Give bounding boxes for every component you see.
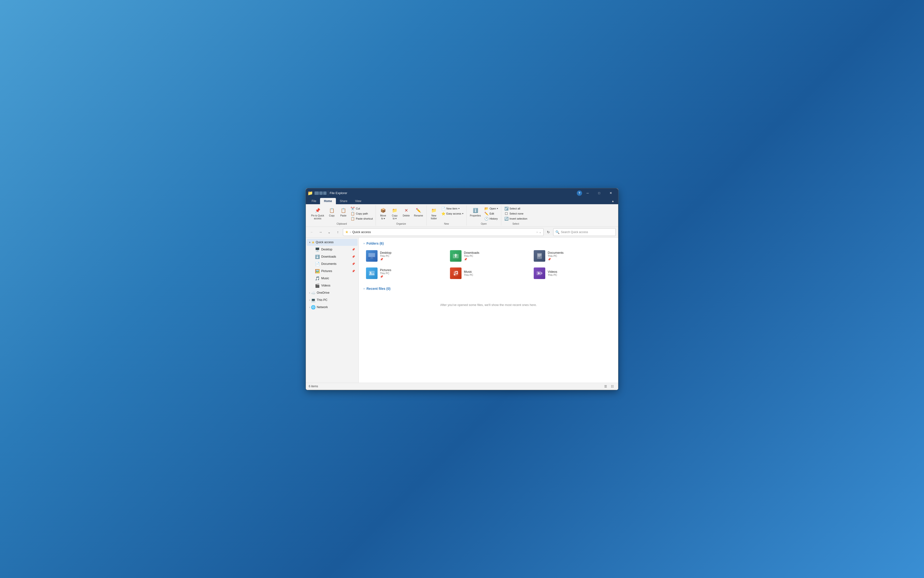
- recent-locations-button[interactable]: ⌄: [325, 229, 333, 236]
- select-all-button[interactable]: ☑️ Select all: [503, 206, 528, 211]
- recent-files-label: Recent files (0): [366, 287, 390, 291]
- invert-selection-icon: 🔄: [504, 217, 508, 221]
- tab-home[interactable]: Home: [320, 198, 336, 204]
- minimize-button[interactable]: ─: [582, 189, 593, 197]
- downloads-pin: 📌: [464, 258, 479, 261]
- sidebar-item-documents[interactable]: 📄 Documents 📌: [312, 260, 358, 268]
- back-button[interactable]: ←: [308, 229, 316, 236]
- recent-files-section: › Recent files (0) After you've opened s…: [364, 287, 613, 316]
- open-small-buttons: 📂 Open ▾ ✏️ Edit 🕐 History: [483, 206, 499, 221]
- copy-button[interactable]: 📋 Copy: [327, 206, 337, 218]
- sidebar-this-pc[interactable]: › 💻 This PC: [307, 297, 358, 304]
- search-box[interactable]: 🔍 Search Quick access: [553, 228, 616, 236]
- properties-button[interactable]: ℹ️ Properties: [469, 206, 482, 218]
- folders-chevron-icon: ›: [364, 242, 364, 245]
- quick-icon-2[interactable]: [319, 192, 323, 195]
- ribbon-collapse-button[interactable]: ▲: [610, 198, 616, 204]
- main-area: ▾ ★ Quick access 🖥️ Desktop 📌 ⬇️ Downloa…: [306, 238, 618, 383]
- folder-item-downloads[interactable]: Downloads This PC 📌: [447, 248, 530, 264]
- sidebar-onedrive[interactable]: › ☁️ OneDrive: [307, 289, 358, 296]
- invert-selection-label: Invert selection: [509, 217, 527, 220]
- sidebar-item-desktop[interactable]: 🖥️ Desktop 📌: [312, 246, 358, 253]
- open-buttons: ℹ️ Properties 📂 Open ▾ ✏️ Edit 🕐: [469, 205, 499, 222]
- pin-to-quick-access-button[interactable]: 📌 Pin to Quickaccess: [310, 206, 325, 221]
- clipboard-label: Clipboard: [310, 222, 374, 226]
- forward-button[interactable]: →: [317, 229, 324, 236]
- rename-button[interactable]: ✏️ Rename: [412, 206, 425, 218]
- select-none-button[interactable]: ☐ Select none: [503, 211, 528, 216]
- file-explorer-window: 📁 − File Explorer ? ─ □ ✕ File Home Shar…: [306, 188, 618, 390]
- help-button[interactable]: ?: [577, 190, 582, 196]
- folder-item-documents[interactable]: Documents This PC 📌: [531, 248, 613, 264]
- delete-button[interactable]: ✕ Delete: [401, 206, 412, 218]
- copy-icon: 📋: [329, 207, 335, 214]
- new-item-label: New item: [446, 207, 457, 210]
- onedrive-icon: ☁️: [311, 291, 316, 295]
- folder-item-desktop[interactable]: Desktop This PC 📌: [364, 248, 446, 264]
- paste-shortcut-button[interactable]: 📋 Paste shortcut: [350, 216, 374, 221]
- edit-button[interactable]: ✏️ Edit: [483, 211, 499, 216]
- close-button[interactable]: ✕: [605, 189, 616, 197]
- music-thumb-icon: [452, 270, 460, 277]
- sidebar-item-downloads[interactable]: ⬇️ Downloads 📌: [312, 253, 358, 260]
- music-label: Music: [321, 277, 355, 280]
- desktop-pin: 📌: [380, 258, 392, 261]
- sidebar-network[interactable]: › 🌐 Network: [307, 304, 358, 311]
- properties-icon: ℹ️: [472, 207, 479, 214]
- ribbon-group-clipboard: 📌 Pin to Quickaccess 📋 Copy 📋 Paste ✂️: [308, 205, 376, 226]
- copy-path-button[interactable]: 📋 Copy path: [350, 211, 374, 216]
- edit-icon: ✏️: [484, 212, 488, 216]
- address-separator-2: ›: [537, 231, 538, 234]
- app-icon: 📁: [308, 191, 312, 196]
- music-thumb: [450, 268, 462, 279]
- new-item-button[interactable]: 📄 New item ▾: [440, 206, 464, 211]
- videos-info: Videos This PC: [548, 270, 557, 276]
- invert-selection-button[interactable]: 🔄 Invert selection: [503, 216, 528, 221]
- clipboard-small-buttons: ✂️ Cut 📋 Copy path 📋 Paste shortcut: [350, 206, 374, 221]
- documents-pin-icon: 📌: [352, 262, 355, 266]
- pictures-location: This PC: [380, 272, 391, 275]
- address-separator-1: ›: [350, 231, 351, 234]
- downloads-info: Downloads This PC 📌: [464, 251, 479, 261]
- new-folder-icon: 📁: [431, 207, 437, 214]
- tab-view[interactable]: View: [351, 198, 365, 204]
- address-dropdown-chevron[interactable]: ⌄: [539, 231, 542, 234]
- quick-icon-3[interactable]: −: [323, 192, 327, 195]
- details-view-button[interactable]: ☷: [610, 384, 615, 389]
- address-box[interactable]: ★ › Quick access › ⌄: [343, 228, 543, 236]
- open-icon: 📂: [484, 206, 488, 211]
- up-button[interactable]: ↑: [334, 229, 342, 236]
- new-folder-button[interactable]: 📁 Newfolder: [429, 206, 439, 221]
- quick-icon-1[interactable]: [314, 192, 319, 195]
- cut-button[interactable]: ✂️ Cut: [350, 206, 374, 211]
- copy-to-label: Copyto ▾: [392, 214, 397, 220]
- history-button[interactable]: 🕐 History: [483, 216, 499, 221]
- open-button[interactable]: 📂 Open ▾: [483, 206, 499, 211]
- tab-file[interactable]: File: [308, 198, 320, 204]
- copy-to-button[interactable]: 📁 Copyto ▾: [389, 206, 400, 221]
- recent-files-section-header[interactable]: › Recent files (0): [364, 287, 613, 291]
- svg-point-16: [454, 274, 455, 275]
- maximize-button[interactable]: □: [594, 189, 605, 197]
- folder-item-pictures[interactable]: Pictures This PC 📌: [364, 266, 446, 281]
- paste-button[interactable]: 📋 Paste: [338, 206, 349, 218]
- sidebar-quick-access[interactable]: ▾ ★ Quick access: [307, 239, 358, 246]
- search-placeholder: Search Quick access: [561, 231, 588, 234]
- delete-label: Delete: [403, 214, 410, 217]
- thispc-chevron: ›: [309, 299, 310, 301]
- refresh-button[interactable]: ↻: [545, 229, 552, 235]
- easy-access-button[interactable]: ⭐ Easy access ▾: [440, 211, 464, 216]
- folder-item-videos[interactable]: Videos This PC: [531, 266, 613, 281]
- folders-section-header[interactable]: › Folders (6): [364, 242, 613, 245]
- folder-item-music[interactable]: Music This PC: [447, 266, 530, 281]
- downloads-location: This PC: [464, 255, 479, 257]
- sidebar-item-pictures[interactable]: 🖼️ Pictures 📌: [312, 268, 358, 275]
- sidebar-item-videos[interactable]: 🎬 Videos: [312, 282, 358, 289]
- easy-access-chevron: ▾: [462, 213, 464, 215]
- new-item-chevron: ▾: [459, 207, 460, 210]
- sidebar-item-music[interactable]: 🎵 Music: [312, 275, 358, 282]
- tab-share[interactable]: Share: [336, 198, 351, 204]
- list-view-button[interactable]: ☰: [603, 384, 608, 389]
- move-to-button[interactable]: 📦 Moveto ▾: [378, 206, 388, 221]
- ribbon-content: 📌 Pin to Quickaccess 📋 Copy 📋 Paste ✂️: [306, 204, 618, 227]
